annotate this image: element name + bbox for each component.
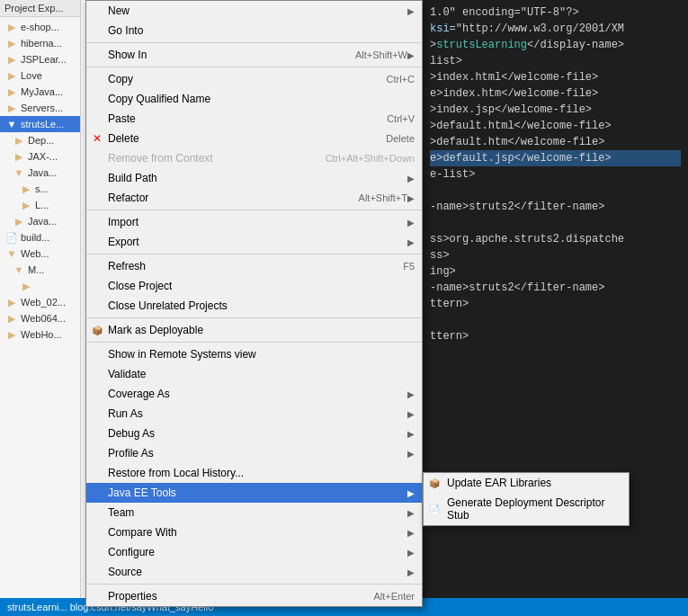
project-tree: ▶ e-shop... ▶ hiberna... ▶ JSPLear... ▶ … xyxy=(0,17,80,344)
menu-item-restore-local[interactable]: Restore from Local History... xyxy=(86,463,422,483)
folder-icon: ▶ xyxy=(5,102,18,114)
list-item[interactable]: ▶ e-shop... xyxy=(0,19,80,35)
menu-item-go-into[interactable]: Go Into xyxy=(86,21,422,40)
menu-separator xyxy=(86,584,422,585)
submenu-item-update-ear[interactable]: 📦 Update EAR Libraries xyxy=(424,473,629,493)
list-item[interactable]: ▼ Java... xyxy=(0,165,80,181)
menu-item-paste[interactable]: Paste Ctrl+V xyxy=(86,109,422,129)
menu-item-copy[interactable]: Copy Ctrl+C xyxy=(86,69,422,89)
gen-descriptor-icon: 📄 xyxy=(427,502,442,516)
folder-icon: ▶ xyxy=(5,69,18,82)
list-item[interactable]: ▶ Servers... xyxy=(0,100,80,116)
menu-item-configure[interactable]: Configure ▶ xyxy=(86,542,422,562)
code-line: ss> xyxy=(430,247,681,263)
code-line: >strutsLearning</display-name> xyxy=(430,37,681,53)
list-item[interactable]: ▶ Java... xyxy=(0,213,80,229)
menu-item-close-project[interactable]: Close Project xyxy=(86,276,422,296)
folder-icon: ▶ xyxy=(5,37,18,49)
menu-item-properties[interactable]: Properties Alt+Enter xyxy=(86,586,422,606)
folder-icon: ▶ xyxy=(5,296,18,308)
menu-item-compare-with[interactable]: Compare With ▶ xyxy=(86,522,422,542)
code-line: ing> xyxy=(430,263,681,280)
panel-header: Project Exp... xyxy=(0,0,80,17)
submenu-arrow-icon: ▶ xyxy=(407,174,415,183)
list-item[interactable]: ▼ strutsLe... xyxy=(0,116,80,132)
submenu-arrow-icon: ▶ xyxy=(407,193,415,203)
folder-icon: ▼ xyxy=(5,118,18,130)
menu-item-coverage-as[interactable]: Coverage As ▶ xyxy=(86,384,422,404)
submenu-item-gen-descriptor[interactable]: 📄 Generate Deployment Descriptor Stub xyxy=(424,493,629,525)
code-line: 1.0" encoding="UTF-8"?> xyxy=(430,4,681,21)
list-item[interactable]: 📄 build... xyxy=(0,229,80,246)
menu-item-profile-as[interactable]: Profile As ▶ xyxy=(86,443,422,463)
code-line: ttern> xyxy=(430,328,681,344)
list-item[interactable]: ▶ xyxy=(0,278,80,294)
folder-icon: ▶ xyxy=(13,215,25,228)
menu-item-build-path[interactable]: Build Path ▶ xyxy=(86,168,422,188)
code-line: >default.html</welcome-file> xyxy=(430,118,681,134)
list-item[interactable]: ▼ M... xyxy=(0,262,80,278)
folder-icon: ▼ xyxy=(13,166,25,179)
list-item[interactable]: ▶ Web064... xyxy=(0,310,80,326)
code-line xyxy=(430,312,681,328)
submenu-arrow-icon: ▶ xyxy=(407,50,415,60)
menu-item-import[interactable]: Import ▶ xyxy=(86,212,422,232)
menu-separator xyxy=(86,210,422,210)
list-item[interactable]: ▶ hiberna... xyxy=(0,35,80,51)
java-ee-tools-submenu: 📦 Update EAR Libraries 📄 Generate Deploy… xyxy=(423,472,630,526)
code-line: >default.htm</welcome-file> xyxy=(430,134,681,150)
menu-item-remove-context[interactable]: Remove from Context Ctrl+Alt+Shift+Down xyxy=(86,148,422,168)
list-item[interactable]: ▶ WebHo... xyxy=(0,326,80,343)
menu-item-copy-qualified[interactable]: Copy Qualified Name xyxy=(86,89,422,109)
submenu-arrow-icon: ▶ xyxy=(407,409,415,419)
menu-item-show-remote[interactable]: Show in Remote Systems view xyxy=(86,344,422,364)
list-item[interactable]: ▶ JSPLear... xyxy=(0,51,80,67)
menu-item-java-ee-tools[interactable]: Java EE Tools ▶ xyxy=(86,483,422,503)
list-item[interactable]: ▶ Love xyxy=(0,67,80,84)
code-line: e-list> xyxy=(430,166,681,183)
code-line: ss>org.apche.struts2.dispatche xyxy=(430,231,681,247)
file-icon: 📄 xyxy=(5,231,18,244)
menu-item-source[interactable]: Source ▶ xyxy=(86,562,422,582)
menu-item-validate[interactable]: Validate xyxy=(86,364,422,384)
code-line: -name>struts2</filter-name> xyxy=(430,199,681,215)
code-line xyxy=(430,215,681,231)
folder-icon: ▶ xyxy=(20,280,32,292)
menu-item-delete[interactable]: ✕ Delete Delete xyxy=(86,129,422,148)
folder-icon: ▶ xyxy=(20,183,32,195)
submenu-arrow-icon: ▶ xyxy=(407,528,415,538)
menu-item-team[interactable]: Team ▶ xyxy=(86,503,422,522)
code-line xyxy=(430,183,681,199)
submenu-arrow-icon: ▶ xyxy=(407,389,415,399)
folder-icon: ▼ xyxy=(5,247,18,260)
menu-separator xyxy=(86,42,422,43)
folder-icon: ▼ xyxy=(13,263,25,276)
menu-item-mark-deployable[interactable]: 📦 Mark as Deployable xyxy=(86,320,422,340)
list-item[interactable]: ▶ s... xyxy=(0,181,80,197)
list-item[interactable]: ▶ Dep... xyxy=(0,132,80,148)
menu-item-refactor[interactable]: Refactor Alt+Shift+T ▶ xyxy=(86,188,422,208)
code-line: >index.jsp</welcome-file> xyxy=(430,102,681,118)
menu-item-close-unrelated[interactable]: Close Unrelated Projects xyxy=(86,296,422,316)
list-item[interactable]: ▶ L... xyxy=(0,197,80,213)
menu-item-show-in[interactable]: Show In Alt+Shift+W ▶ xyxy=(86,45,422,65)
menu-item-refresh[interactable]: Refresh F5 xyxy=(86,256,422,276)
menu-item-run-as[interactable]: Run As ▶ xyxy=(86,404,422,424)
menu-item-export[interactable]: Export ▶ xyxy=(86,232,422,252)
list-item[interactable]: ▶ MyJava... xyxy=(0,84,80,100)
list-item[interactable]: ▶ JAX-... xyxy=(0,148,80,165)
menu-separator xyxy=(86,317,422,318)
submenu-arrow-icon: ▶ xyxy=(407,488,415,498)
update-ear-icon: 📦 xyxy=(427,476,442,490)
code-line: ttern> xyxy=(430,296,681,312)
menu-item-new[interactable]: New ▶ xyxy=(86,1,422,21)
menu-item-debug-as[interactable]: Debug As ▶ xyxy=(86,424,422,443)
folder-icon: ▶ xyxy=(20,199,32,211)
code-line: e>default.jsp</welcome-file> xyxy=(430,150,681,166)
submenu-arrow-icon: ▶ xyxy=(407,449,415,459)
code-line: >index.html</welcome-file> xyxy=(430,69,681,85)
deploy-icon: 📦 xyxy=(90,323,104,337)
submenu-arrow-icon: ▶ xyxy=(407,508,415,518)
list-item[interactable]: ▶ Web_02... xyxy=(0,294,80,310)
list-item[interactable]: ▼ Web... xyxy=(0,246,80,262)
